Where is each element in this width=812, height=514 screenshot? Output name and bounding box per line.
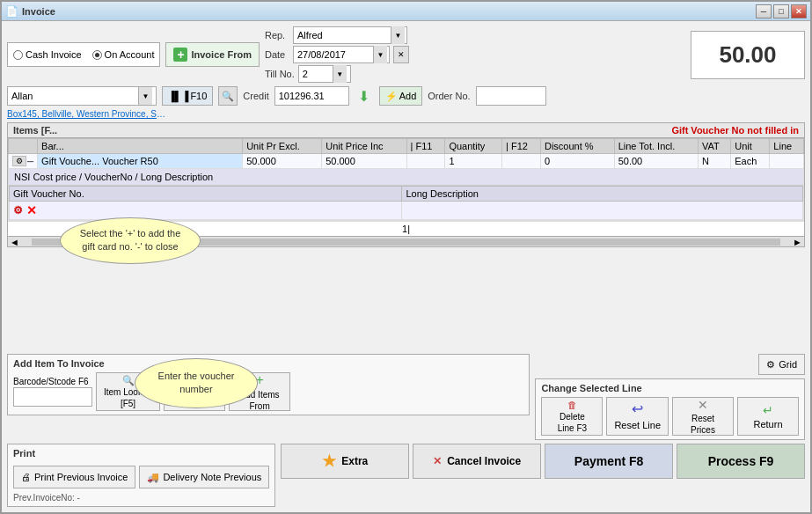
- row-unit-pr-excl: 50.000: [243, 154, 322, 169]
- rep-combo[interactable]: ▼: [293, 26, 407, 44]
- col-expand: [9, 139, 38, 154]
- nsi-cell: NSI Cost price / VoucherNo / Long Descri…: [9, 169, 804, 221]
- order-input[interactable]: [476, 86, 546, 106]
- return-button[interactable]: ↵ Return: [737, 397, 799, 436]
- delete-line-label: Delete Line F3: [558, 411, 587, 434]
- reset-prices-button[interactable]: ✕ Reset Prices: [672, 397, 734, 436]
- cancel-icon: ✕: [433, 455, 442, 467]
- col-f12: | F12: [502, 139, 541, 154]
- row-unit: Each: [731, 154, 770, 169]
- add-item-section: Add Item To Invoice Barcode/Stcode F6 🔍 …: [7, 354, 530, 415]
- top-row: Cash Invoice On Account + Invoice From R…: [7, 26, 805, 83]
- print-prev-label: Print Previous Invoice: [34, 472, 128, 482]
- delivery-note-label: Delivery Note Previous: [163, 472, 261, 482]
- date-clear-button[interactable]: ✕: [393, 46, 409, 63]
- items-table-container[interactable]: Bar... Unit Pr Excl. Unit Price Inc | F1…: [8, 138, 804, 221]
- till-combo[interactable]: ▼: [298, 65, 351, 83]
- gear-icon: ⚙: [766, 359, 775, 371]
- items-area: Items [F... Gift Voucher No not filled i…: [7, 122, 805, 350]
- plus-icon: +: [173, 48, 187, 62]
- rep-dropdown-arrow[interactable]: ▼: [391, 26, 405, 44]
- title-bar: 📄 Invoice ─ □ ✕: [2, 2, 810, 21]
- process-button[interactable]: Process F9: [677, 444, 805, 479]
- reset-line-label: Reset Line: [614, 419, 661, 431]
- rep-date-section: Rep. ▼ Date ▼ ✕ Till No.: [265, 26, 409, 83]
- print-section: Print 🖨 Print Previous Invoice 🚚 Deliver…: [7, 444, 275, 507]
- on-account-radio-circle[interactable]: [92, 50, 102, 60]
- col-vat: VAT: [699, 139, 731, 154]
- print-title: Print: [13, 448, 269, 459]
- nsi-long-desc-cell: [402, 202, 803, 220]
- change-and-grid: ⚙ Grid Change Selected Line 🗑 Delete Lin…: [535, 354, 805, 440]
- barcode-button[interactable]: ▐▌▐ F10: [162, 86, 213, 106]
- minimize-button[interactable]: ─: [756, 4, 772, 18]
- invoice-from-label: Invoice From: [191, 49, 251, 60]
- date-label: Date: [265, 49, 289, 60]
- nsi-header: NSI Cost price / VoucherNo / Long Descri…: [9, 169, 803, 186]
- delete-line-button[interactable]: 🗑 Delete Line F3: [541, 397, 603, 436]
- row-unit-price-inc: 50.000: [322, 154, 406, 169]
- barcode-icon: ▐▌▐: [168, 91, 188, 101]
- till-dropdown-arrow[interactable]: ▼: [333, 65, 347, 83]
- bottom-area: Add Item To Invoice Barcode/Stcode F6 🔍 …: [7, 354, 805, 507]
- delivery-icon: 🚚: [147, 472, 159, 483]
- add-button[interactable]: ⚡ Add: [379, 86, 423, 106]
- change-buttons-row: 🗑 Delete Line F3 ↩ Reset Line ✕ Reset Pr…: [541, 397, 799, 436]
- on-account-radio[interactable]: On Account: [92, 49, 155, 60]
- cash-invoice-radio[interactable]: Cash Invoice: [13, 49, 82, 60]
- date-input[interactable]: [294, 49, 373, 60]
- window-title: Invoice: [22, 6, 55, 17]
- credit-input[interactable]: [274, 86, 349, 106]
- rep-label: Rep.: [265, 30, 289, 40]
- return-label: Return: [753, 418, 782, 430]
- customer-dropdown-arrow[interactable]: ▼: [138, 87, 152, 105]
- barcode-row: Barcode/Stcode F6 🔍 Item Lookup [F5] ⚡ Q…: [13, 372, 523, 411]
- scroll-left-arrow[interactable]: ◄: [8, 237, 21, 247]
- expand-icon[interactable]: ─: [27, 157, 33, 166]
- table-row[interactable]: ⚙ ─ Gift Vouche... Voucher R50 50.000 50…: [9, 154, 804, 169]
- nsi-error-icon: ⚙: [13, 204, 23, 217]
- nsi-error-cell: ⚙ ✕: [10, 202, 402, 220]
- customer-address-link[interactable]: Box145, Bellville, Western Province, Sou…: [7, 109, 165, 119]
- col-line-tot: Line Tot. Incl.: [614, 139, 698, 154]
- col-unit: Unit: [731, 139, 770, 154]
- extra-button[interactable]: ★ Extra: [281, 444, 409, 479]
- cancel-invoice-button[interactable]: ✕ Cancel Invoice: [413, 444, 541, 479]
- restore-button[interactable]: □: [773, 4, 789, 18]
- magnifier-icon: 🔍: [122, 374, 135, 386]
- invoice-from-button[interactable]: + Invoice From: [165, 42, 259, 67]
- payment-button[interactable]: Payment F8: [545, 444, 673, 479]
- lightning-icon: ⚡: [385, 91, 398, 102]
- delivery-note-button[interactable]: 🚚 Delivery Note Previous: [139, 466, 269, 488]
- cash-radio-circle[interactable]: [13, 50, 23, 60]
- col-discount: Discount %: [540, 139, 614, 154]
- address-row: Box145, Bellville, Western Province, Sou…: [7, 109, 805, 119]
- search-button[interactable]: 🔍: [218, 86, 238, 106]
- reset-line-button[interactable]: ↩ Reset Line: [606, 397, 669, 436]
- row-controls: ⚙ ─: [9, 154, 38, 169]
- title-bar-left: 📄 Invoice: [5, 5, 55, 18]
- till-input[interactable]: [299, 69, 333, 79]
- grid-button[interactable]: ⚙ Grid: [758, 354, 805, 375]
- items-tab-label[interactable]: Items [F...: [13, 125, 57, 136]
- credit-action-button[interactable]: ⬇: [355, 86, 374, 106]
- bottom-action-buttons: ★ Extra ✕ Cancel Invoice Payment F8 Proc…: [281, 444, 805, 507]
- extra-label: Extra: [341, 455, 368, 467]
- scroll-right-arrow[interactable]: ►: [791, 237, 804, 247]
- customer-combo[interactable]: ▼: [7, 86, 157, 106]
- col-barcode: Bar...: [38, 139, 243, 154]
- customer-input[interactable]: [8, 91, 138, 101]
- date-dropdown-arrow[interactable]: ▼: [373, 46, 387, 63]
- invoice-type-group: Cash Invoice On Account: [7, 42, 160, 67]
- rep-input[interactable]: [294, 30, 391, 40]
- tooltip1-text: Select the '+' to add the gift card no. …: [80, 228, 181, 252]
- order-label: Order No.: [428, 91, 470, 101]
- print-prev-invoice-button[interactable]: 🖨 Print Previous Invoice: [13, 466, 135, 488]
- add-item-title: Add Item To Invoice: [13, 358, 523, 369]
- col-unit-price-inc: Unit Price Inc: [322, 139, 406, 154]
- close-button[interactable]: ✕: [791, 4, 807, 18]
- row-f12: [502, 154, 541, 169]
- barcode-field-input[interactable]: [13, 387, 92, 407]
- date-combo[interactable]: ▼: [293, 46, 390, 63]
- row-description: Gift Vouche... Voucher R50: [38, 154, 243, 169]
